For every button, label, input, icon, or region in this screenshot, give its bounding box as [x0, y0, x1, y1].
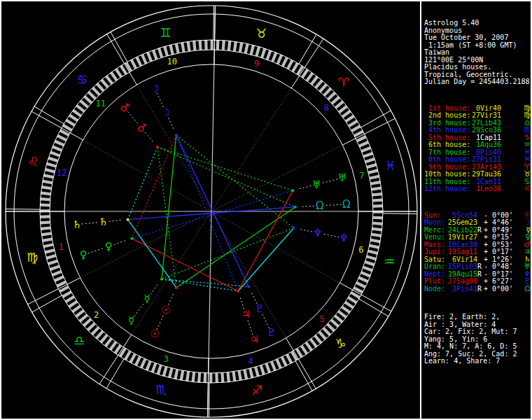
glyph-pointer-dash	[114, 240, 127, 244]
sign-boundary-line	[383, 214, 417, 214]
degree-tick-cell	[281, 57, 288, 66]
house-label: 6th house:	[424, 141, 472, 149]
pluto-inner-icon: ♇	[255, 302, 264, 315]
house-label: 12th house:	[424, 186, 472, 193]
planet-label: Venu:	[424, 234, 447, 241]
aspect-line	[162, 135, 176, 279]
glyph-pointer-dash	[169, 118, 174, 130]
degree-tick-cell	[342, 110, 351, 118]
degree-tick-cell	[276, 55, 284, 64]
degree-tick-cell	[260, 48, 266, 59]
degree-tick-cell	[250, 45, 255, 55]
aspect-line	[176, 135, 238, 291]
degree-tick-cell	[356, 281, 365, 288]
planet-row: Plut:27Sag00+ 6°27'♇	[424, 278, 531, 286]
degree-tick-cell	[233, 41, 237, 51]
planet-position-value: 3Pis41	[447, 286, 477, 293]
degree-tick-cell	[363, 152, 374, 158]
sign-boundary-line	[32, 295, 62, 312]
degree-tick-cell	[40, 204, 50, 207]
degree-tick-cell	[71, 305, 81, 314]
degree-tick-cell	[72, 109, 82, 118]
planet-position-value: 15Pis03	[447, 263, 477, 271]
degree-tick-cell	[129, 354, 136, 363]
degree-tick-cell	[347, 296, 357, 304]
degree-tick-cell	[254, 367, 260, 377]
degree-tick-cell	[244, 43, 249, 54]
house-cusp-value: 29Sco36	[472, 127, 501, 134]
cusp-ring-line	[28, 278, 80, 304]
aspect-line	[162, 228, 294, 279]
chart-info-line: Placidus houses.	[424, 64, 531, 71]
degree-tick-cell	[57, 281, 66, 288]
degree-tick-cell	[192, 372, 196, 382]
planet-label: Plut:	[424, 278, 447, 286]
glyph-pointer-dash	[326, 204, 342, 205]
stats-line: Car: 2, Fix: 2, Mut: 7	[424, 328, 531, 336]
house-row: 10th house:29Tau36♉	[424, 171, 531, 178]
sun-outer-icon: ☉	[150, 328, 159, 340]
sign-boundary-line	[209, 383, 210, 417]
taurus-sign-icon: ♉	[255, 26, 267, 41]
degree-tick-cell	[286, 59, 293, 69]
degree-tick-cell	[157, 365, 162, 375]
house-number: 6	[358, 245, 363, 255]
degree-tick-cell	[46, 254, 57, 260]
degree-tick-cell	[151, 363, 158, 373]
degree-tick-cell	[369, 244, 379, 249]
daily-motion-value: + 6°27'	[482, 278, 521, 286]
aspect-line	[132, 135, 176, 239]
degree-tick-cell	[345, 115, 355, 122]
degree-tick-cell	[368, 250, 378, 255]
degree-tick-cell	[114, 344, 122, 354]
degree-tick-cell	[373, 216, 383, 220]
house-number: 9	[254, 59, 259, 69]
degree-tick-cell	[181, 42, 185, 52]
house-label: 10th house:	[424, 171, 472, 178]
stats-line: M: 4, N: 7, A: 6, D: 5	[424, 343, 531, 351]
planet-position-value: 19Sag11	[447, 248, 477, 256]
glyph-pointer-dash	[324, 234, 340, 237]
degree-tick-cell	[227, 41, 232, 50]
retrograde-flag: R	[477, 286, 482, 293]
degree-tick-cell	[260, 365, 265, 375]
gemini-sign-icon: ♊	[160, 25, 172, 40]
house-number: 11	[96, 99, 106, 108]
degree-tick-cell	[41, 197, 50, 201]
moon-position-dot	[175, 134, 178, 136]
wheel-svg: ♈♉♊♋♌♍♎♏♐♑♒♓123456789101112☉☉☽☽☿☿♀♀♂♂♃♃♄…	[1, 1, 420, 419]
astrolog-window: ♈♉♊♋♌♍♎♏♐♑♒♓123456789101112☉☉☽☽☿☿♀♀♂♂♃♃♄…	[0, 0, 532, 420]
libra-sign-icon: ♎	[74, 333, 85, 348]
aspect-line	[238, 228, 294, 291]
degree-tick-cell	[372, 187, 382, 191]
degree-tick-cell	[187, 41, 191, 51]
degree-tick-cell	[59, 129, 69, 136]
degree-tick-cell	[52, 270, 62, 276]
house-row: 4th house:29Sco36♏	[424, 127, 531, 134]
degree-tick-cell	[46, 162, 57, 168]
degree-tick-cell	[271, 52, 277, 62]
degree-tick-cell	[43, 243, 54, 248]
neptune-position-dot	[293, 227, 295, 230]
house-cusp-value: 29Tau36	[472, 171, 501, 178]
degree-tick-cell	[110, 71, 118, 81]
house-number: 2	[94, 310, 99, 320]
degree-tick-cell	[366, 255, 377, 260]
neptune-outer-icon: ♆	[339, 232, 348, 244]
degree-tick-cell	[237, 370, 241, 381]
chart-info-line: Julian Day = 2454403.2188	[424, 78, 531, 86]
venus-position-dot	[130, 237, 133, 240]
pluto-outer-icon: ♇	[267, 326, 276, 339]
house-label: 2nd house:	[424, 112, 472, 120]
degree-tick-cell	[372, 222, 382, 225]
jupiter-inner-icon: ♃	[241, 308, 250, 321]
chart-info-header: Astrolog 5.40AnonymousTue October 30, 20…	[424, 20, 531, 86]
degree-tick-cell	[158, 48, 163, 58]
element-stats: Fire: 2, Earth: 2,Air : 3, Water: 4Car: …	[424, 314, 531, 365]
planet-label: Uran:	[424, 263, 447, 271]
house-number: 3	[164, 354, 169, 364]
capricorn-sign-icon: ♑	[335, 336, 346, 351]
moon-inner-icon: ☽	[161, 106, 170, 119]
degree-tick-cell	[209, 373, 212, 383]
planet-label: Moon:	[424, 219, 447, 227]
